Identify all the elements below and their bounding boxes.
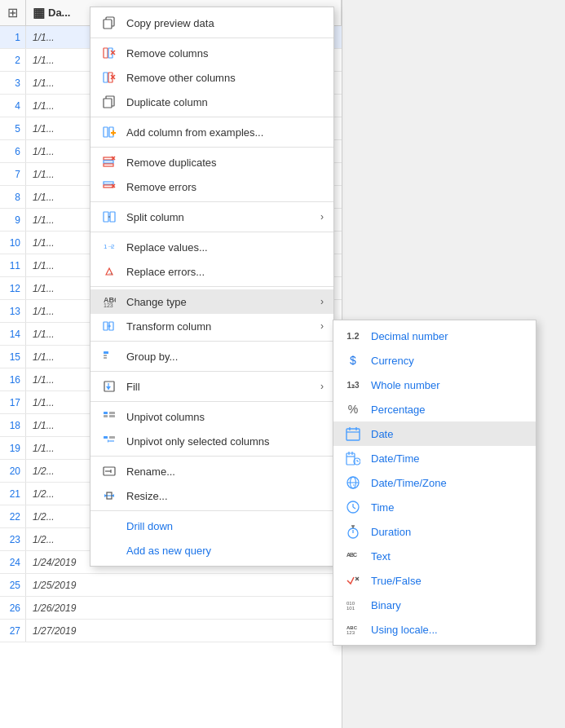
row-cell: 1/1...: [26, 397, 55, 408]
row-cell: 1/2...: [26, 511, 55, 523]
menu-label: Change type: [126, 296, 320, 308]
type-label: Decimal number: [371, 330, 448, 342]
remove-other-columns-icon: [100, 69, 118, 86]
menu-label: Replace values...: [126, 241, 324, 254]
type-label: True/False: [371, 575, 422, 587]
menu-item-split-column[interactable]: Split column›: [90, 205, 333, 229]
time-type-icon: [343, 500, 363, 514]
currency-type-icon: $: [343, 354, 363, 367]
submenu-item-decimal[interactable]: 1.2 Decimal number: [333, 324, 536, 348]
menu-item-copy-preview[interactable]: Copy preview data: [90, 11, 333, 35]
row-number: 11: [0, 254, 26, 276]
binary-type-icon: 010101: [343, 598, 363, 612]
menu-label: Remove errors: [126, 181, 324, 193]
submenu-item-datetime[interactable]: Date/Time: [333, 446, 536, 470]
menu-item-remove-columns[interactable]: Remove columns: [90, 41, 333, 65]
split-column-icon: [100, 209, 118, 225]
menu-label: Add column from examples...: [126, 126, 324, 139]
submenu-item-percentage[interactable]: % Percentage: [333, 397, 536, 421]
group-by-icon: [100, 348, 118, 364]
row-number: 25: [0, 574, 26, 596]
menu-item-fill[interactable]: Fill›: [90, 374, 333, 399]
submenu-item-locale[interactable]: ABC123 Using locale...: [333, 617, 536, 642]
remove-columns-icon: [100, 45, 118, 61]
row-number: 15: [0, 346, 26, 368]
menu-item-unpivot-selected[interactable]: Unpivot only selected columns: [90, 429, 333, 453]
type-label: Text: [371, 550, 391, 563]
menu-item-add-column-examples[interactable]: Add column from examples...: [90, 120, 333, 144]
svg-marker-51: [108, 439, 109, 443]
submenu-arrow: ›: [320, 381, 324, 392]
svg-rect-17: [104, 161, 113, 163]
svg-rect-59: [347, 429, 360, 440]
type-label: Date: [371, 428, 393, 440]
submenu-item-currency[interactable]: $ Currency: [333, 348, 536, 373]
svg-rect-26: [110, 212, 115, 222]
submenu-arrow: ›: [320, 320, 324, 332]
svg-text:123: 123: [104, 302, 113, 308]
menu-separator: [90, 401, 333, 402]
menu-item-remove-errors[interactable]: Remove errors: [90, 174, 333, 199]
submenu-arrow: ›: [320, 296, 324, 307]
menu-separator: [90, 117, 333, 117]
submenu-item-datetimezone[interactable]: Date/Time/Zone: [333, 470, 536, 495]
type-submenu: 1.2 Decimal number $ Currency 1₂3 Whole …: [333, 320, 536, 646]
type-label: Whole number: [371, 379, 440, 391]
menu-item-drill-down[interactable]: Drill down: [90, 514, 333, 538]
submenu-item-truefalse[interactable]: True/False: [333, 568, 536, 593]
menu-item-rename[interactable]: Rename...: [90, 459, 333, 483]
menu-label: Group by...: [126, 351, 324, 363]
table-row[interactable]: 27 1/27/2019: [0, 620, 342, 642]
menu-separator: [90, 147, 333, 148]
menu-item-change-type[interactable]: ABC123Change type›: [90, 289, 333, 314]
svg-rect-40: [104, 357, 107, 359]
submenu-item-whole[interactable]: 1₂3 Whole number: [333, 373, 536, 397]
row-number: 18: [0, 414, 26, 436]
svg-rect-48: [104, 436, 108, 439]
submenu-item-duration[interactable]: Duration: [333, 519, 536, 544]
menu-label: Remove other columns: [126, 72, 324, 84]
type-label: Percentage: [371, 404, 426, 416]
submenu-item-text[interactable]: ABC Text: [333, 544, 536, 568]
menu-item-remove-duplicates[interactable]: Remove duplicates: [90, 150, 333, 174]
menu-item-add-new-query[interactable]: Add as new query: [90, 538, 333, 563]
menu-item-remove-other-columns[interactable]: Remove other columns: [90, 65, 333, 90]
svg-rect-34: [104, 322, 108, 330]
table-row[interactable]: 26 1/26/2019: [0, 597, 342, 620]
row-number: 17: [0, 391, 26, 413]
submenu-item-time[interactable]: Time: [333, 495, 536, 519]
datetime-type-icon: [343, 451, 363, 465]
svg-rect-12: [104, 127, 108, 137]
row-number: 22: [0, 505, 26, 527]
menu-item-replace-values[interactable]: 1→2Replace values...: [90, 235, 333, 259]
svg-rect-25: [104, 212, 108, 222]
type-label: Currency: [371, 355, 414, 367]
row-number: 1: [0, 26, 26, 48]
menu-item-unpivot-columns[interactable]: Unpivot columns: [90, 404, 333, 429]
menu-separator: [90, 371, 333, 372]
menu-item-resize[interactable]: Resize...: [90, 483, 333, 508]
menu-label: Unpivot only selected columns: [126, 435, 324, 448]
decimal-type-icon: 1.2: [343, 331, 363, 341]
submenu-item-date[interactable]: Date: [333, 421, 536, 446]
row-cell: 1/2...: [26, 488, 55, 500]
row-number: 24: [0, 551, 26, 573]
svg-rect-39: [104, 355, 107, 356]
svg-text:123: 123: [347, 630, 355, 635]
menu-item-group-by[interactable]: Group by...: [90, 344, 333, 368]
menu-label: Replace errors...: [126, 266, 324, 278]
row-cell: 1/1...: [26, 374, 55, 386]
svg-rect-49: [109, 436, 115, 439]
menu-label: Fill: [126, 381, 320, 393]
row-cell: 1/1...: [26, 260, 55, 271]
row-number: 14: [0, 323, 26, 345]
menu-item-duplicate-column[interactable]: Duplicate column: [90, 90, 333, 114]
row-number: 16: [0, 368, 26, 390]
svg-rect-63: [347, 453, 355, 465]
row-cell: 1/1...: [26, 237, 55, 249]
menu-item-replace-errors[interactable]: →Replace errors...: [90, 259, 333, 284]
table-row[interactable]: 25 1/25/2019: [0, 574, 342, 597]
menu-item-transform-column[interactable]: Transform column›: [90, 314, 333, 338]
row-number: 13: [0, 300, 26, 322]
submenu-item-binary[interactable]: 010101 Binary: [333, 593, 536, 617]
